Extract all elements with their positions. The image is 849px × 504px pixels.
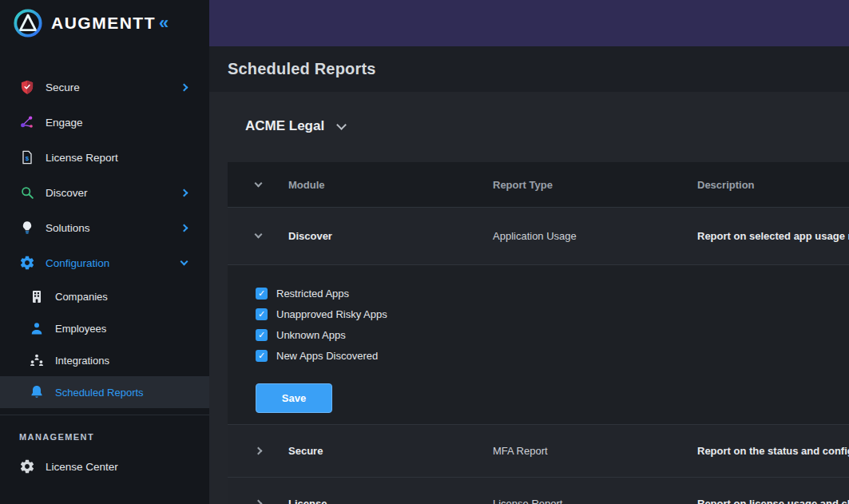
lightbulb-icon	[19, 220, 35, 236]
sidebar-item-label: Companies	[55, 291, 108, 303]
row-expand-toggle[interactable]	[228, 235, 288, 237]
table-row-discover[interactable]: Discover Application Usage Report on sel…	[228, 208, 849, 265]
building-icon	[29, 288, 45, 304]
row-expand-toggle[interactable]	[228, 501, 288, 504]
topbar	[209, 0, 849, 46]
column-header-module: Module	[288, 179, 493, 191]
company-selector[interactable]: ACME Legal	[245, 118, 345, 134]
cell-description: Report on license usage and ch	[697, 498, 849, 504]
chevron-right-icon	[181, 224, 188, 232]
sidebar-item-label: Engage	[46, 117, 83, 129]
sidebar-item-employees[interactable]: Employees	[0, 312, 209, 344]
cell-module: Secure	[288, 445, 493, 457]
sidebar-item-scheduled-reports[interactable]: Scheduled Reports	[0, 376, 209, 408]
checkbox-unknown-apps[interactable]: ✓	[256, 329, 268, 341]
column-header-description: Description	[697, 179, 849, 191]
save-button[interactable]: Save	[256, 383, 332, 413]
cell-report-type: Application Usage	[493, 230, 697, 242]
reports-table: Module Report Type Description Discover …	[228, 162, 849, 504]
svg-text:$: $	[26, 155, 30, 162]
sidebar-collapse-button[interactable]: «	[159, 14, 169, 32]
sidebar-item-label: Scheduled Reports	[55, 387, 144, 399]
page-header: Scheduled Reports	[209, 46, 849, 92]
gear-icon	[19, 255, 35, 271]
gear-badge-icon	[19, 458, 35, 474]
chevron-right-icon	[181, 83, 188, 91]
logo-text: AUGMENTT	[51, 14, 156, 33]
bell-icon	[29, 384, 45, 400]
sidebar-item-companies[interactable]: Companies	[0, 280, 209, 312]
network-icon	[19, 114, 35, 130]
cell-description: Report on selected app usage m	[697, 230, 849, 242]
logo: AUGMENTT «	[0, 0, 209, 46]
checkbox-label: Restricted Apps	[276, 288, 349, 300]
chevron-right-icon	[181, 189, 188, 196]
sidebar-item-label: Solutions	[46, 222, 90, 234]
table-header-row: Module Report Type Description	[228, 162, 849, 208]
chevron-down-icon	[181, 257, 188, 265]
main-content: ACME Legal Module Report Type Descriptio…	[209, 92, 849, 504]
shield-icon	[19, 79, 35, 95]
sidebar-item-label: Employees	[55, 323, 106, 335]
document-dollar-icon: $	[19, 149, 35, 165]
sidebar-item-solutions[interactable]: Solutions	[0, 210, 209, 245]
person-icon	[29, 320, 45, 336]
checkbox-label: Unapproved Risky Apps	[276, 308, 387, 320]
page-title: Scheduled Reports	[228, 60, 376, 78]
cell-report-type: License Report	[493, 498, 697, 504]
management-section: MANAGEMENT License Center	[0, 415, 209, 484]
table-row-license[interactable]: License License Report Report on license…	[228, 478, 849, 504]
sidebar-item-configuration[interactable]: Configuration	[0, 245, 209, 280]
sidebar-menu: Secure Engage $ License Report Discover	[0, 69, 209, 484]
sidebar-item-secure[interactable]: Secure	[0, 69, 209, 105]
augmentt-logo-icon	[13, 8, 43, 38]
checkbox-row: ✓ New Apps Discovered	[256, 345, 849, 366]
checkbox-row: ✓ Restricted Apps	[256, 283, 849, 304]
sidebar-item-license-report[interactable]: $ License Report	[0, 140, 209, 175]
cell-module: License	[288, 498, 493, 504]
sidebar-item-label: Integrations	[55, 355, 109, 367]
expand-all-toggle[interactable]	[228, 184, 288, 186]
org-chart-icon	[29, 352, 45, 368]
table-row-secure[interactable]: Secure MFA Report Report on the status a…	[228, 425, 849, 478]
checkbox-row: ✓ Unapproved Risky Apps	[256, 304, 849, 324]
column-header-report-type: Report Type	[493, 179, 697, 191]
cell-description: Report on the status and config	[697, 445, 849, 457]
checkbox-new-apps-discovered[interactable]: ✓	[256, 350, 268, 362]
checkbox-restricted-apps[interactable]: ✓	[256, 288, 268, 300]
chevron-down-icon	[254, 179, 262, 187]
sidebar-item-integrations[interactable]: Integrations	[0, 344, 209, 376]
sidebar-item-engage[interactable]: Engage	[0, 105, 209, 140]
chevron-right-icon	[254, 500, 262, 504]
checkbox-unapproved-risky-apps[interactable]: ✓	[256, 308, 268, 320]
chevron-down-icon	[336, 120, 347, 130]
chevron-right-icon	[254, 447, 262, 455]
configuration-submenu: Companies Employees Integrations Schedul…	[0, 280, 209, 408]
checkbox-label: Unknown Apps	[276, 329, 346, 341]
company-selector-value: ACME Legal	[245, 118, 324, 134]
discover-expanded-panel: ✓ Restricted Apps ✓ Unapproved Risky App…	[228, 265, 849, 425]
sidebar-item-label: Configuration	[46, 257, 109, 269]
section-label: MANAGEMENT	[0, 432, 209, 442]
sidebar-item-label: License Report	[46, 152, 118, 164]
sidebar: AUGMENTT « Secure Engage $ License Repor…	[0, 0, 209, 504]
checkbox-row: ✓ Unknown Apps	[256, 324, 849, 345]
cell-report-type: MFA Report	[493, 445, 697, 457]
sidebar-item-label: License Center	[46, 461, 118, 473]
chevron-down-icon	[254, 231, 262, 239]
cell-module: Discover	[288, 230, 493, 242]
sidebar-item-label: Discover	[46, 187, 88, 199]
sidebar-item-label: Secure	[46, 81, 80, 93]
row-expand-toggle[interactable]	[228, 448, 288, 454]
sidebar-item-license-center[interactable]: License Center	[0, 449, 209, 484]
checkbox-label: New Apps Discovered	[276, 350, 378, 362]
magnifier-icon	[19, 185, 35, 200]
sidebar-item-discover[interactable]: Discover	[0, 175, 209, 210]
